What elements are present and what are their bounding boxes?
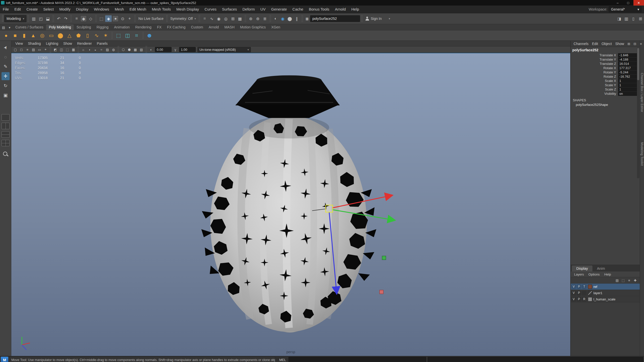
- isolate-zoom-icon[interactable]: [2, 151, 9, 157]
- sign-in-dropdown[interactable]: Sign In ▾: [364, 17, 392, 21]
- section-divider[interactable]: [27, 15, 29, 22]
- shelf-tab-fx-caching[interactable]: FX Caching: [164, 24, 188, 30]
- channel-value-field[interactable]: on: [618, 92, 639, 96]
- symmetry-dropdown[interactable]: Symmetry: Off▾: [169, 17, 197, 21]
- panel-menu-lighting[interactable]: Lighting: [43, 41, 61, 46]
- layer-color-swatch[interactable]: [588, 291, 592, 295]
- menu-uv[interactable]: UV: [258, 6, 268, 13]
- tab-anim[interactable]: Anim: [592, 265, 610, 272]
- anti-aliasing-icon[interactable]: ▨: [105, 47, 110, 52]
- command-line-language-toggle[interactable]: MEL: [279, 358, 286, 362]
- shape-node-name[interactable]: polySurface252Shape: [571, 103, 640, 107]
- layer-visibility-toggle[interactable]: V: [571, 297, 576, 302]
- tone-mapping-dropdown[interactable]: Un-tone-mapped (sRGB) ▾: [197, 47, 251, 52]
- snap-to-grid-icon[interactable]: ⌗: [202, 15, 208, 22]
- layer-display-type-toggle[interactable]: R: [582, 297, 587, 302]
- tab-display[interactable]: Display: [572, 265, 592, 272]
- poly-sphere-icon[interactable]: ●: [2, 31, 10, 40]
- sidebar-tab-modeling-toolkit[interactable]: Modeling Toolkit: [640, 142, 644, 166]
- menu-edit-mesh[interactable]: Edit Mesh: [127, 6, 149, 13]
- maya-help-icon[interactable]: M: [1, 357, 8, 362]
- poly-pipe-icon[interactable]: ▯: [83, 31, 92, 40]
- menu-mesh-display[interactable]: Mesh Display: [174, 6, 202, 13]
- open-scene-icon[interactable]: ◰: [37, 15, 44, 22]
- isolate-select-icon[interactable]: ◩: [53, 47, 58, 52]
- layer-display-type-toggle[interactable]: T: [582, 284, 587, 289]
- selected-node-name[interactable]: polySurface252: [571, 47, 640, 53]
- menu-edit[interactable]: Edit: [12, 6, 24, 13]
- menu-modify[interactable]: Modify: [57, 6, 73, 13]
- construction-history-icon[interactable]: ≣: [262, 15, 268, 22]
- cb-menu-object[interactable]: Object: [600, 42, 613, 46]
- cb-manip-default-icon[interactable]: ⊞: [626, 41, 632, 47]
- channel-value-field[interactable]: -1.646: [618, 53, 639, 57]
- scrollbar-thumb[interactable]: [637, 48, 639, 80]
- rotate-tool-icon[interactable]: ↻: [2, 82, 10, 90]
- poly-torus-icon[interactable]: ◎: [38, 31, 47, 40]
- render-settings-icon[interactable]: ⬤: [287, 15, 293, 22]
- undo-icon[interactable]: ↶: [55, 15, 62, 22]
- options-menu[interactable]: Options: [586, 273, 602, 276]
- shelf-tab-sculpting[interactable]: Sculpting: [74, 24, 94, 30]
- render-current-frame-icon[interactable]: ◐: [272, 15, 279, 22]
- new-layer-icon[interactable]: ✚: [632, 278, 638, 283]
- redo-icon[interactable]: ↷: [62, 15, 69, 22]
- menu-create[interactable]: Create: [24, 6, 41, 13]
- channel-value-field[interactable]: -5.244: [618, 70, 639, 74]
- maximize-button[interactable]: □: [623, 0, 633, 6]
- cb-speed-menu-icon[interactable]: ≡: [638, 41, 644, 47]
- pause-viewport-icon[interactable]: ∥: [294, 15, 300, 22]
- xray-display-icon[interactable]: ▧: [139, 47, 144, 52]
- layout-two-pane-button[interactable]: [2, 123, 10, 129]
- move-layer-down-icon[interactable]: ⬚: [620, 278, 626, 283]
- layer-row-ref[interactable]: V P T ref: [571, 284, 640, 290]
- menu-cache[interactable]: Cache: [290, 6, 306, 13]
- gamma-icon[interactable]: γ: [173, 47, 178, 52]
- poly-helix-icon[interactable]: ∿: [92, 31, 101, 40]
- cb-manip-no-icon[interactable]: ⊟: [632, 41, 638, 47]
- layer-playback-toggle[interactable]: P: [577, 284, 581, 289]
- layer-color-swatch[interactable]: [588, 285, 592, 289]
- section-divider[interactable]: [134, 15, 136, 22]
- cb-menu-channels[interactable]: Channels: [572, 42, 590, 46]
- lasso-select-tool-icon[interactable]: ◌: [2, 53, 10, 61]
- panel-menu-view[interactable]: View: [13, 41, 25, 46]
- section-divider[interactable]: [301, 15, 303, 22]
- toggle-channel-box-icon[interactable]: ▯: [630, 15, 637, 22]
- toggle-attribute-editor-icon[interactable]: ◨: [616, 15, 623, 22]
- section-divider[interactable]: [245, 15, 246, 22]
- cb-menu-edit[interactable]: Edit: [590, 42, 600, 46]
- save-scene-icon[interactable]: ⬓: [45, 15, 51, 22]
- multi-cut-tool-icon[interactable]: ⬚: [114, 31, 123, 40]
- poly-disc-icon[interactable]: ⬤: [56, 31, 65, 40]
- layout-single-pane-button[interactable]: [2, 114, 10, 121]
- shelf-tab-rendering[interactable]: Rendering: [133, 24, 154, 30]
- connect-tool-icon[interactable]: ◫: [123, 31, 132, 40]
- select-by-object-icon[interactable]: ◆: [80, 15, 87, 22]
- make-live-icon[interactable]: ▦: [237, 15, 243, 22]
- move-layer-up-icon[interactable]: ▤: [614, 278, 620, 283]
- textured-display-icon[interactable]: ▩: [133, 47, 138, 52]
- paint-selection-tool-icon[interactable]: ✎: [2, 63, 10, 71]
- quad-draw-tool-icon[interactable]: ⌗: [132, 31, 141, 40]
- channel-value-field[interactable]: -16.762: [618, 75, 639, 79]
- channel-value-field[interactable]: 16.014: [618, 62, 639, 66]
- poly-pyramid-icon[interactable]: △: [65, 31, 74, 40]
- layout-four-pane-button[interactable]: [2, 140, 10, 146]
- section-divider[interactable]: [95, 15, 97, 22]
- menu-file[interactable]: File: [0, 6, 12, 13]
- poly-plane-icon[interactable]: ▭: [47, 31, 56, 40]
- poly-cube-icon[interactable]: ■: [11, 31, 19, 40]
- menu-surfaces[interactable]: Surfaces: [219, 6, 240, 13]
- move-tool-icon[interactable]: ✛: [2, 72, 10, 80]
- viewport-canvas[interactable]: [11, 53, 570, 356]
- section-grip[interactable]: [2, 15, 4, 22]
- panel-menu-panels[interactable]: Panels: [94, 41, 110, 46]
- selection-mask-curves-icon[interactable]: ⊙: [119, 15, 126, 22]
- channel-value-field[interactable]: -4.188: [618, 58, 639, 62]
- menu-display[interactable]: Display: [73, 6, 91, 13]
- menu-mesh-tools[interactable]: Mesh Tools: [149, 6, 174, 13]
- gate-mask-icon[interactable]: ▦: [71, 47, 76, 52]
- poly-platonic-icon[interactable]: ✶: [101, 31, 110, 40]
- quick-selection-input[interactable]: polySurface252: [310, 15, 360, 22]
